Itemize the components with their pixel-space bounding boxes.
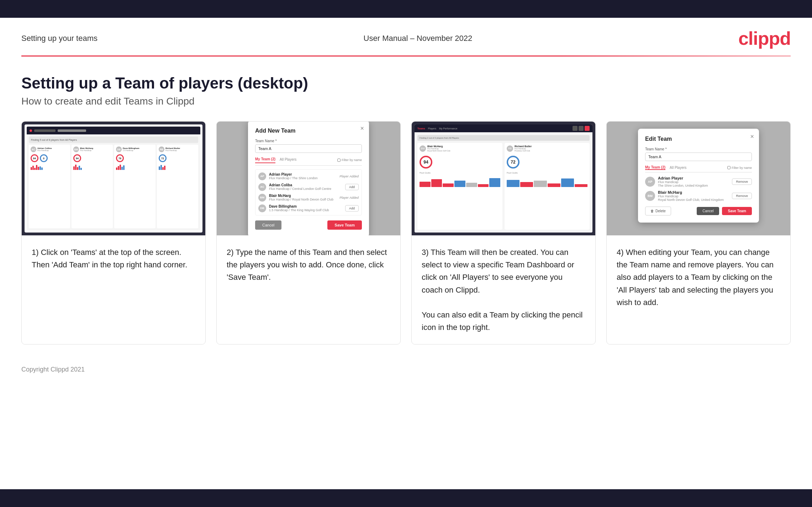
player-status-3: Player Added bbox=[339, 196, 359, 199]
modal4-player-2: BM Blair McHarg Flux Handicap Royal Nort… bbox=[645, 190, 752, 202]
modal2-team-name-input[interactable]: Team A bbox=[255, 144, 362, 153]
screenshot-4: Edit Team × Team Name * Team A My Team (… bbox=[607, 122, 790, 235]
nav-icon-1 bbox=[573, 126, 578, 131]
modal2-save-button[interactable]: Save Team bbox=[327, 220, 362, 230]
modal4-tab-all-players[interactable]: All Players bbox=[670, 166, 686, 170]
clippd-logo: clippd bbox=[738, 28, 791, 49]
nav-dashboard: My Performance bbox=[439, 127, 457, 130]
modal4-player-1: AP Adrian Player Flux Handicap The Shire… bbox=[645, 176, 752, 187]
nav-text bbox=[34, 129, 56, 132]
filter-checkbox[interactable] bbox=[337, 159, 341, 162]
nav-icon-2 bbox=[579, 126, 584, 131]
modal4-team-name-input[interactable]: Team A bbox=[645, 153, 752, 161]
header-center-text: User Manual – November 2022 bbox=[364, 34, 473, 43]
player-sub-3: Flux Handicap / Royal North Devon Golf C… bbox=[269, 198, 337, 201]
modal4-delete-button[interactable]: 🗑 Delete bbox=[645, 207, 671, 215]
modal2-title: Add New Team bbox=[255, 128, 362, 134]
modal4-team-name-label: Team Name * bbox=[645, 147, 752, 151]
modal2-player-list: AP Adrian Player Flux Handicap / The Shi… bbox=[255, 169, 362, 215]
player-name-3: Blair McHarg bbox=[269, 194, 337, 198]
modal4-filter-checkbox[interactable] bbox=[727, 166, 731, 169]
score-94: 94 bbox=[420, 156, 432, 169]
modal2-player-row-3: BM Blair McHarg Flux Handicap / Royal No… bbox=[258, 194, 359, 202]
modal4-tabs: My Team (2) All Players Filter by name bbox=[645, 165, 752, 172]
modal4-player-list: AP Adrian Player Flux Handicap The Shire… bbox=[645, 176, 752, 202]
player-sub-4: 1.5 Handicap / The King Waying Golf Club bbox=[269, 208, 342, 212]
nav-text2 bbox=[58, 129, 86, 132]
card-2-text: 2) Type the name of this Team and then s… bbox=[217, 235, 400, 344]
screenshot-3: Teams Players My Performance Finding 2 o… bbox=[412, 122, 595, 235]
edit-team-modal: Edit Team × Team Name * Team A My Team (… bbox=[638, 129, 759, 223]
modal2-tabs: My Team (2) All Players Filter by name bbox=[255, 157, 362, 166]
ss1-avatar-4: RB bbox=[159, 146, 164, 152]
modal4-p-sub2a: Flux Handicap bbox=[658, 194, 729, 198]
header: Setting up your teams User Manual – Nove… bbox=[0, 18, 812, 55]
remove-player-2-button[interactable]: Remove bbox=[732, 193, 752, 199]
modal2-player-row-2: AC Adrian Coliba Flux Handicap / Central… bbox=[258, 183, 359, 191]
card-3: Teams Players My Performance Finding 2 o… bbox=[411, 121, 596, 345]
add-player-btn-4[interactable]: Add bbox=[345, 205, 359, 212]
ss3-player-2: RB Richard Butler Flux Handicap Prestbur… bbox=[505, 143, 590, 230]
page-title-section: Setting up a Team of players (desktop) H… bbox=[0, 57, 812, 121]
modal4-cancel-button[interactable]: Cancel bbox=[697, 207, 719, 215]
player-name-4: Dave Billingham bbox=[269, 204, 342, 208]
modal2-footer: Cancel Save Team bbox=[255, 220, 362, 230]
modal2-filter-by-name[interactable]: Filter by name bbox=[337, 158, 362, 162]
card-1: Finding 5 out of 8 players from All Play… bbox=[21, 121, 206, 345]
player-status-1: Player Added bbox=[339, 175, 359, 178]
page-subtitle: How to create and edit Teams in Clippd bbox=[21, 96, 791, 107]
top-bar bbox=[0, 0, 812, 18]
ss1-avatar-2: BM bbox=[73, 146, 79, 152]
score-84: 84 bbox=[31, 154, 38, 162]
ss3-avatar-2: RB bbox=[507, 145, 513, 152]
modal4-footer: 🗑 Delete Cancel Save Team bbox=[645, 207, 752, 215]
copyright-text: Copyright Clippd 2021 bbox=[21, 366, 85, 373]
header-left-text: Setting up your teams bbox=[21, 34, 97, 43]
modal4-close-icon[interactable]: × bbox=[750, 133, 754, 140]
modal4-p-sub1b: The Shire London, United Kingdom bbox=[658, 184, 729, 187]
player-avatar-ap: AP bbox=[258, 172, 266, 180]
player-avatar-db: DB bbox=[258, 204, 266, 212]
modal2-tab-my-team[interactable]: My Team (2) bbox=[255, 157, 275, 163]
score-72: 72 bbox=[507, 156, 520, 169]
modal4-p-name-2: Blair McHarg bbox=[658, 190, 729, 194]
modal2-team-name-label: Team Name * bbox=[255, 139, 362, 143]
screenshot-1: Finding 5 out of 8 players from All Play… bbox=[22, 122, 205, 235]
score-0: 0 bbox=[40, 154, 48, 162]
footer: Copyright Clippd 2021 bbox=[0, 359, 812, 380]
modal4-p-name-1: Adrian Player bbox=[658, 176, 729, 180]
player-avatar-ac: AC bbox=[258, 183, 266, 191]
modal4-filter: Filter by name bbox=[727, 166, 752, 170]
filter-text: Finding 5 out of 8 players from All Play… bbox=[31, 139, 77, 141]
modal4-tab-my-team[interactable]: My Team (2) bbox=[645, 165, 665, 170]
nav-teams: Teams bbox=[417, 127, 425, 130]
nav-icon-3 bbox=[585, 126, 590, 131]
modal4-save-button[interactable]: Save Team bbox=[722, 207, 752, 215]
modal4-avatar-2: BM bbox=[645, 191, 655, 201]
modal2-close-icon[interactable]: × bbox=[360, 125, 364, 132]
modal4-p-sub1a: Flux Handicap bbox=[658, 180, 729, 184]
ss1-player-3: DB Dave Billingham 1.5 Handicap 78 bbox=[114, 145, 155, 228]
player-name-2: Adrian Coliba bbox=[269, 183, 342, 187]
modal2-tab-all-players[interactable]: All Players bbox=[280, 158, 296, 163]
ss1-avatar-3: DB bbox=[116, 146, 122, 152]
modal4-action-buttons: Cancel Save Team bbox=[697, 207, 752, 215]
ss3-avatar-1: BM bbox=[420, 145, 426, 152]
ss3-player-1: BM Blair McHarg Flux Handicap Royal Nort… bbox=[417, 143, 502, 230]
card-1-text: 1) Click on 'Teams' at the top of the sc… bbox=[22, 235, 205, 344]
bottom-bar bbox=[0, 489, 812, 507]
nav-dot bbox=[30, 129, 32, 132]
card-4: Edit Team × Team Name * Team A My Team (… bbox=[606, 121, 791, 345]
remove-player-1-button[interactable]: Remove bbox=[732, 178, 752, 185]
add-player-btn-2[interactable]: Add bbox=[345, 184, 359, 190]
modal4-title: Edit Team bbox=[645, 136, 752, 142]
modal2-cancel-button[interactable]: Cancel bbox=[255, 220, 281, 230]
ss1-player-1: AC Adrian Collins Flux Handicap 84 0 bbox=[29, 145, 70, 228]
trash-icon: 🗑 bbox=[650, 209, 654, 213]
ss1-player-2: BM Blair McHarg Flux Handicap 94 bbox=[72, 145, 113, 228]
modal4-p-sub2b: Royal North Devon Golf Club, United King… bbox=[658, 198, 729, 202]
player-sub-1: Flux Handicap / The Shire London bbox=[269, 176, 337, 180]
player-avatar-bm: BM bbox=[258, 194, 266, 202]
page-title: Setting up a Team of players (desktop) bbox=[21, 74, 791, 92]
cards-row: Finding 5 out of 8 players from All Play… bbox=[0, 121, 812, 359]
